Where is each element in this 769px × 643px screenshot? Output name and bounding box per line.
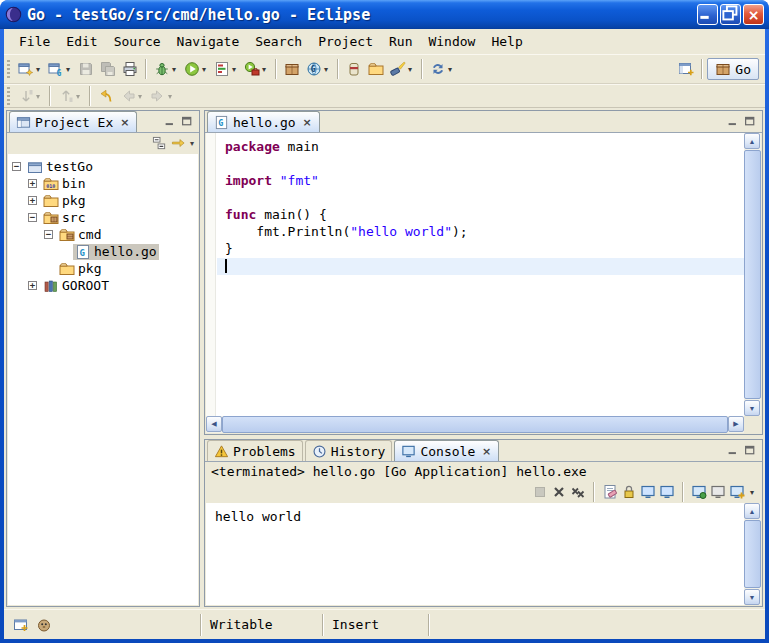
coverage-button[interactable]: ▾ <box>212 58 240 80</box>
tab-project-explorer[interactable]: Project Ex × <box>9 111 137 132</box>
minimize-view-icon[interactable] <box>727 115 740 128</box>
open-folder-button[interactable] <box>366 58 386 80</box>
close-tab-icon[interactable]: × <box>302 116 313 129</box>
scrollbar-thumb[interactable] <box>744 520 761 588</box>
code-line[interactable]: import "fmt" <box>217 173 744 190</box>
go-perspective-button[interactable]: Go <box>707 58 759 80</box>
code-editor[interactable]: package mainimport "fmt"func main() { fm… <box>217 133 744 416</box>
maximize-view-icon[interactable] <box>181 115 194 128</box>
scroll-up-icon[interactable]: ▲ <box>744 503 760 519</box>
code-line[interactable] <box>217 190 744 207</box>
save-all-button[interactable] <box>98 58 118 80</box>
open-perspective-button[interactable] <box>676 58 696 80</box>
tab-hello-go[interactable]: G hello.go × <box>207 111 320 132</box>
remove-all-launches-icon[interactable] <box>570 484 586 500</box>
dropdown-arrow-icon[interactable]: ▾ <box>74 92 82 101</box>
editor-horizontal-scrollbar[interactable]: ◀ ▶ <box>206 416 744 433</box>
clear-console-icon[interactable] <box>602 484 618 500</box>
console-output[interactable]: hello world ▲ ▼ <box>206 503 761 605</box>
tree-item-goroot[interactable]: +GOROOT <box>8 277 198 294</box>
menu-item-help[interactable]: Help <box>484 31 529 52</box>
tab-history[interactable]: History <box>305 440 393 461</box>
minimize-button[interactable] <box>697 4 718 25</box>
next-annotation-button[interactable]: ▾ <box>16 85 44 107</box>
menu-item-window[interactable]: Window <box>421 31 482 52</box>
code-line[interactable]: func main() { <box>217 207 744 224</box>
go-tools-button[interactable]: G▾ <box>304 58 332 80</box>
remove-launch-icon[interactable] <box>551 484 567 500</box>
menu-item-run[interactable]: Run <box>382 31 419 52</box>
toolbar-grip[interactable] <box>7 60 10 78</box>
menu-item-search[interactable]: Search <box>248 31 309 52</box>
scroll-down-icon[interactable]: ▼ <box>744 589 760 605</box>
code-line[interactable] <box>217 258 744 275</box>
maximize-view-icon[interactable] <box>744 115 757 128</box>
dropdown-arrow-icon[interactable]: ▾ <box>748 488 756 497</box>
code-line[interactable]: fmt.Println("hello world"); <box>217 224 744 241</box>
close-tab-icon[interactable]: × <box>481 445 492 458</box>
scrollbar-thumb[interactable] <box>744 150 761 399</box>
display-console-icon[interactable] <box>710 484 726 500</box>
editor-vertical-scrollbar[interactable]: ▲ ▼ <box>744 133 761 416</box>
menu-item-edit[interactable]: Edit <box>59 31 104 52</box>
menu-item-source[interactable]: Source <box>107 31 168 52</box>
expand-toggle-icon[interactable]: + <box>28 281 37 290</box>
open-console-icon[interactable] <box>729 484 745 500</box>
tab-console[interactable]: Console× <box>394 440 499 461</box>
collapse-toggle-icon[interactable]: − <box>28 213 37 222</box>
scroll-left-icon[interactable]: ◀ <box>206 416 222 432</box>
close-button[interactable]: × <box>743 4 764 25</box>
menu-item-project[interactable]: Project <box>311 31 380 52</box>
external-tools-button[interactable]: ▾ <box>242 58 270 80</box>
link-with-editor-icon[interactable] <box>171 136 186 151</box>
search-button[interactable]: ▾ <box>388 58 416 80</box>
close-tab-icon[interactable]: × <box>119 116 130 129</box>
expand-toggle-icon[interactable]: + <box>28 179 37 188</box>
dropdown-arrow-icon[interactable]: ▾ <box>34 92 42 101</box>
print-button[interactable] <box>120 58 140 80</box>
dropdown-arrow-icon[interactable]: ▾ <box>230 65 238 74</box>
run-button[interactable]: ▾ <box>182 58 210 80</box>
new-go-button[interactable]: G▾ <box>46 58 74 80</box>
go-trim-icon[interactable] <box>36 617 52 633</box>
pin-console-icon[interactable] <box>691 484 707 500</box>
tab-problems[interactable]: Problems <box>207 440 303 461</box>
dropdown-arrow-icon[interactable]: ▾ <box>34 65 42 74</box>
dropdown-arrow-icon[interactable]: ▾ <box>260 65 268 74</box>
tree-item-testgo[interactable]: −testGo <box>8 158 198 175</box>
tree-item-hello-go[interactable]: Ghello.go <box>8 243 198 260</box>
back-button[interactable]: ▾ <box>118 85 146 107</box>
last-edit-location-button[interactable] <box>96 85 116 107</box>
show-stderr-icon[interactable] <box>659 484 675 500</box>
menu-item-file[interactable]: File <box>12 31 57 52</box>
show-stdout-icon[interactable] <box>640 484 656 500</box>
minimize-view-icon[interactable] <box>727 444 740 457</box>
tree-item-pkg[interactable]: pkg <box>8 260 198 277</box>
scroll-right-icon[interactable]: ▶ <box>728 416 744 432</box>
tree-item-bin[interactable]: +010bin <box>8 175 198 192</box>
code-line[interactable]: } <box>217 241 744 258</box>
collapse-toggle-icon[interactable]: − <box>44 230 53 239</box>
menu-item-navigate[interactable]: Navigate <box>170 31 247 52</box>
view-menu-icon[interactable]: ▾ <box>190 139 194 148</box>
terminate-icon[interactable] <box>532 484 548 500</box>
forward-button[interactable]: ▾ <box>148 85 176 107</box>
toolbar-grip[interactable] <box>7 87 10 105</box>
dropdown-arrow-icon[interactable]: ▾ <box>64 65 72 74</box>
editor-marker-bar[interactable] <box>206 133 216 416</box>
tree-item-pkg[interactable]: +pkg <box>8 192 198 209</box>
code-line[interactable]: package main <box>217 139 744 156</box>
maximize-view-icon[interactable] <box>744 444 757 457</box>
new-button[interactable]: ▾ <box>16 58 44 80</box>
tree-item-cmd[interactable]: −cmd <box>8 226 198 243</box>
dropdown-arrow-icon[interactable]: ▾ <box>170 65 178 74</box>
scroll-up-icon[interactable]: ▲ <box>744 133 760 149</box>
collapse-toggle-icon[interactable]: − <box>12 162 21 171</box>
collapse-all-icon[interactable] <box>152 136 167 151</box>
dropdown-arrow-icon[interactable]: ▾ <box>446 65 454 74</box>
scroll-down-icon[interactable]: ▼ <box>744 400 760 416</box>
debug-button[interactable]: ▾ <box>152 58 180 80</box>
save-button[interactable] <box>76 58 96 80</box>
scroll-lock-icon[interactable] <box>621 484 637 500</box>
new-package-button[interactable] <box>282 58 302 80</box>
